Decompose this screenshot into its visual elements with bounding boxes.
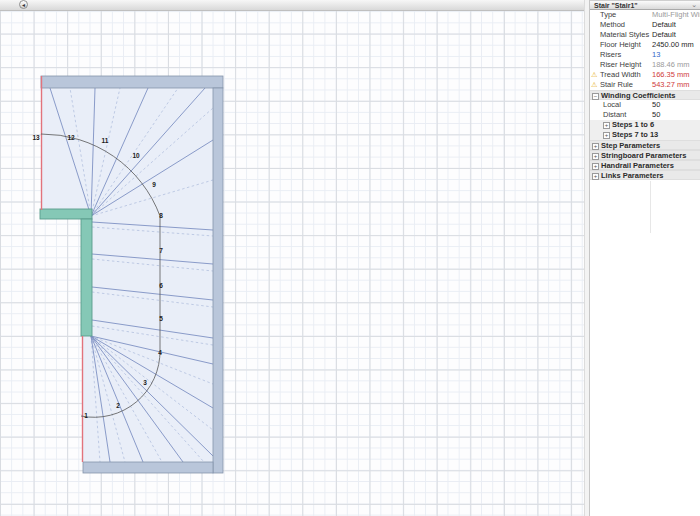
step-number: 5	[159, 315, 163, 322]
step-number: 13	[32, 134, 40, 141]
step-number: 2	[116, 402, 120, 409]
property-row[interactable]: Riser Height188.46 mm	[590, 60, 700, 70]
property-label: Stair Rule	[600, 80, 633, 90]
step-number: 12	[67, 134, 75, 141]
property-row[interactable]: TypeMulti-Flight Win...	[590, 10, 700, 20]
property-label: Risers	[600, 50, 621, 60]
property-row[interactable]: Floor Height2450.00 mm	[590, 40, 700, 50]
step-number: 10	[132, 152, 140, 159]
section-row[interactable]: +Steps 7 to 13	[590, 130, 700, 140]
step-number: 1	[84, 412, 88, 419]
step-number: 3	[143, 379, 147, 386]
step-number: 8	[159, 212, 163, 219]
property-value[interactable]: 50	[652, 110, 660, 120]
property-label: Local	[603, 100, 621, 110]
property-label: Tread Width	[600, 70, 641, 80]
expand-section-icon[interactable]: +	[592, 143, 599, 150]
step-number: 4	[158, 349, 162, 356]
property-label: Floor Height	[600, 40, 641, 50]
expand-section-icon[interactable]: +	[603, 122, 610, 129]
warning-icon: ⚠	[591, 70, 597, 80]
step-number: 9	[152, 181, 156, 188]
expand-section-icon[interactable]: +	[592, 173, 599, 180]
property-value[interactable]: 13	[652, 50, 660, 60]
property-value[interactable]: Multi-Flight Win...	[652, 10, 700, 20]
section-row[interactable]: +Handrail Parameters	[590, 160, 700, 170]
property-value[interactable]: 166.35 mm	[652, 70, 690, 80]
section-row[interactable]: +Stringboard Parameters	[590, 150, 700, 160]
stair-plan-svg: 12345678910111213	[0, 0, 584, 516]
section-row[interactable]: +Links Parameters	[590, 170, 700, 180]
property-row[interactable]: Local50	[590, 100, 700, 110]
warning-icon: ⚠	[591, 80, 597, 90]
bottom-landing-band	[83, 462, 213, 473]
newel-wall-horizontal	[40, 209, 92, 219]
stair-object[interactable]: 12345678910111213	[32, 76, 223, 473]
property-row[interactable]: Distant50	[590, 110, 700, 120]
property-label: Method	[600, 20, 625, 30]
newel-wall-vertical	[81, 219, 92, 336]
expand-section-icon[interactable]: +	[592, 153, 599, 160]
property-row[interactable]: MethodDefault	[590, 20, 700, 30]
canvas-toolbar: ◂	[0, 0, 584, 11]
step-number: 7	[159, 247, 163, 254]
expand-section-icon[interactable]: +	[603, 132, 610, 139]
property-label: Riser Height	[600, 60, 641, 70]
section-row[interactable]: +Step Parameters	[590, 140, 700, 150]
section-row[interactable]: −Winding Coefficients	[590, 90, 700, 100]
property-value[interactable]: 50	[652, 100, 660, 110]
property-value[interactable]: Default	[652, 20, 676, 30]
step-number: 11	[102, 137, 109, 144]
collapse-panel-button[interactable]: ◂	[19, 0, 28, 9]
property-value[interactable]: 188.46 mm	[652, 60, 690, 70]
section-row[interactable]: +Steps 1 to 6	[590, 120, 700, 130]
step-number: 6	[159, 282, 163, 289]
property-label: Type	[600, 10, 616, 20]
property-label: Links Parameters	[601, 171, 664, 181]
property-value[interactable]: 543.27 mm	[652, 80, 690, 90]
chevron-down-icon[interactable]: ⌄	[691, 0, 697, 10]
right-wall-band	[213, 88, 223, 473]
property-row[interactable]: ⚠Tread Width166.35 mm	[590, 70, 700, 80]
property-label: Steps 1 to 6	[612, 120, 654, 130]
property-row[interactable]: Risers13	[590, 50, 700, 60]
expand-section-icon[interactable]: +	[592, 163, 599, 170]
property-row[interactable]: Material StylesDefault	[590, 30, 700, 40]
collapse-section-icon[interactable]: −	[592, 93, 599, 100]
stair-fill	[41, 88, 213, 462]
drawing-canvas[interactable]: 12345678910111213	[0, 0, 584, 516]
property-value[interactable]: 2450.00 mm	[652, 40, 694, 50]
top-landing-band	[41, 76, 223, 88]
property-value[interactable]: Default	[652, 30, 676, 40]
property-rows: TypeMulti-Flight Win...MethodDefaultMate…	[590, 10, 700, 180]
panel-title-bar[interactable]: Stair "Stair1" ⌄	[590, 0, 700, 10]
property-label: Distant	[603, 110, 626, 120]
properties-panel: Stair "Stair1" ⌄ TypeMulti-Flight Win...…	[590, 0, 700, 516]
property-row[interactable]: ⚠Stair Rule543.27 mm	[590, 80, 700, 90]
property-label: Material Styles	[600, 30, 649, 40]
panel-title: Stair "Stair1"	[594, 2, 638, 9]
empty-grid-divider	[650, 181, 651, 233]
property-label: Steps 7 to 13	[612, 130, 658, 140]
